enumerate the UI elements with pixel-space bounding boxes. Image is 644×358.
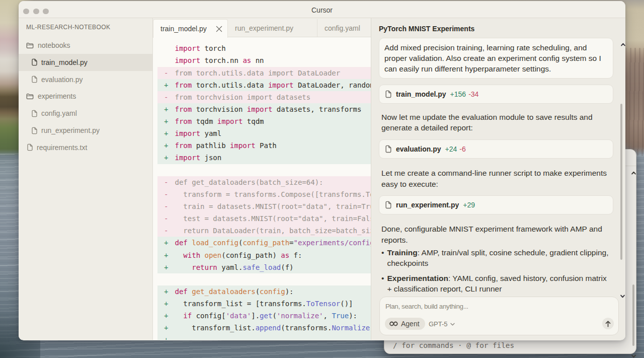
code-line [153,273,371,285]
code-token: True [332,312,349,320]
code-token: torch.nn [200,56,243,64]
code-token: ToTensor [306,300,340,308]
file-diff-chip-evaluation[interactable]: evaluation.py +24 -6 [379,139,613,159]
code-token: DataLoader, random_split [294,81,371,89]
code-text: from torchvision import datasets [175,91,311,103]
code-line: import torch.nn as nn [153,54,371,66]
sidebar-item-label: train_model.py [41,58,88,66]
code-token: as [243,56,251,64]
text-line: generate a detailed report: [381,122,610,133]
file-icon [32,76,37,83]
folder-icon-wrap [26,42,34,49]
diff-added-marker: + [164,261,168,273]
folder-icon-wrap [26,93,34,100]
code-text: from tqdm import tqdm [175,115,264,127]
code-text: def load_config(config_path="experiments… [175,237,371,249]
agent-mode-selector[interactable]: Agent [385,318,425,330]
tab-train-model[interactable]: train_model.py [153,19,228,38]
code-token: Normalize [332,324,370,332]
code-token: yaml. [217,263,243,271]
chat-scroll-down-icon[interactable] [620,291,625,300]
sidebar-item-label: run_experiment.py [41,126,100,134]
assistant-message: Done, configurable MNIST experiment fram… [381,224,610,245]
code-token: = [289,239,293,247]
send-button[interactable] [602,318,614,329]
code-text: return DataLoader(train, batch_size=batc… [175,225,371,237]
chat-input[interactable]: Plan, search, build anything... Agent GP… [379,297,619,335]
code-token: yaml [200,129,221,137]
code-token: import [175,154,201,162]
chevron-down-icon [450,323,455,326]
code-token: from [175,105,192,113]
scroll-up-icon[interactable] [631,168,636,177]
code-text: from torch.utils.data import DataLoader [175,67,341,79]
code-diff-view[interactable]: import torchimport torch.nn as nn-from t… [153,37,371,340]
cursor-window: Cursor ML-RESEARCH-NOTEBOOK notebookstra… [19,1,625,340]
diff-removed-marker: - [164,67,168,79]
code-token: from [175,117,192,125]
chat-scrollbar-thumb[interactable] [620,104,622,260]
code-line: +from torchvision import datasets, trans… [153,103,371,115]
diff-added-marker: + [164,127,168,139]
code-token: import [247,105,273,113]
file-icon-wrap [27,144,33,151]
code-line: - transform = transforms.Compose([transf… [153,188,371,200]
file-icon-wrap [32,76,37,83]
code-token: (transforms. [281,324,332,332]
code-text: if config['data'].get('normalize', True)… [175,310,357,322]
code-token [175,312,184,320]
sidebar-item-experiments[interactable]: experiments [19,88,152,105]
scrollbar-thumb[interactable] [632,284,634,346]
diff-added-marker: + [164,103,168,115]
code-token: get [260,312,272,320]
sidebar-item-config-yaml[interactable]: config.yaml [19,105,152,122]
code-text: import json [175,152,222,164]
text-line: easy to execute: [381,179,610,189]
chip-added-count: +24 [445,145,457,153]
sidebar-item-run-experiment-py[interactable]: run_experiment.py [19,122,152,139]
diff-line-background [157,334,371,340]
code-line: - return DataLoader(train, batch_size=ba… [153,225,371,237]
code-token: json [200,154,221,162]
code-token: ): [285,288,294,296]
diff-removed-marker: - [164,212,168,225]
bullet-dot: • [381,247,384,258]
code-text: from pathlib import Path [175,139,277,152]
code-token: with [183,251,200,259]
code-text: from torch.utils.data import DataLoader,… [175,79,371,91]
bullet-rest-text: : AMP, train/val split, cosine schedule,… [387,248,609,267]
chip-removed-count: -34 [468,90,478,98]
code-line: import torch [153,42,371,54]
file-diff-chip-train-model[interactable]: train_model.py +156 -34 [379,85,613,104]
sidebar-item-requirements-txt[interactable]: requirements.txt [19,139,152,156]
close-tab-icon[interactable] [216,26,222,32]
sidebar-item-label: evaluation.py [41,76,83,84]
bullet-bold-text: Training [387,248,418,257]
code-token: get_dataloaders [188,288,256,296]
code-token: config_path [243,239,289,247]
bullet-dot: • [381,273,384,283]
window-content: ML-RESEARCH-NOTEBOOK notebookstrain_mode… [19,18,625,340]
sidebar-item-notebooks[interactable]: notebooks [19,37,152,54]
code-token: import [230,141,256,150]
folder-icon [26,42,34,49]
code-text: return yaml.safe_load(f) [175,261,294,273]
tab-run-experiment[interactable]: run_experiment.py [228,19,317,37]
chat-scroll-up-icon[interactable] [621,39,625,48]
sidebar-item-train-model-py[interactable]: train_model.py [19,54,152,71]
code-line: + if config['data'].get('normalize', Tru… [153,310,371,322]
code-line: +from tqdm import tqdm [153,115,371,127]
code-token: as [281,251,289,259]
diff-added-marker: + [164,139,168,152]
code-line: -from torch.utils.data import DataLoader [153,67,371,79]
text-line: Add mixed precision training, learning r… [384,42,608,53]
sidebar-item-evaluation-py[interactable]: evaluation.py [19,71,152,88]
text-line: reports. [381,235,610,245]
bullet-item-training: • Training: AMP, train/val split, cosine… [381,247,610,268]
text-line: Let me create a command-line runner scri… [381,168,610,178]
sidebar-item-label: config.yaml [41,109,77,117]
code-token: from torch.utils.data import DataLoader [175,69,341,77]
scroll-down-icon[interactable] [631,351,636,358]
model-selector[interactable]: GPT-5 [429,320,455,328]
file-diff-chip-run-experiment[interactable]: run_experiment.py +29 [379,195,613,214]
